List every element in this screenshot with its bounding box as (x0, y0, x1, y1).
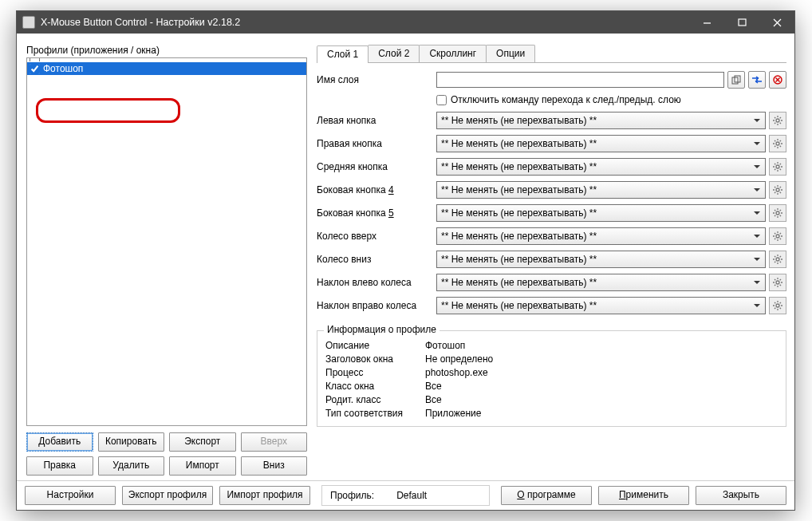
tab-options[interactable]: Опции (486, 45, 535, 62)
bottom-bar: Настройки Экспорт профиля Импорт профиля… (17, 480, 794, 510)
info-wintitle-label: Заголовок окна (325, 353, 425, 365)
svg-line-15 (780, 123, 781, 124)
mapping-gear-button[interactable] (769, 274, 786, 291)
profile-checkbox[interactable] (30, 64, 40, 74)
swap-layer-button[interactable] (748, 71, 766, 89)
mapping-gear-button[interactable] (769, 297, 786, 314)
mapping-label: Левая кнопка (317, 115, 436, 126)
info-desc-value: Фотошоп (425, 340, 465, 351)
mapping-combo[interactable]: ** Не менять (не перехватывать) ** (436, 135, 766, 152)
mapping-combo[interactable]: ** Не менять (не перехватывать) ** (436, 297, 766, 314)
mapping-label: Правая кнопка (317, 138, 436, 149)
mapping-row: Наклон вправо колеса** Не менять (не пер… (317, 297, 786, 314)
svg-line-61 (780, 233, 781, 234)
add-button[interactable]: Добавить (26, 432, 93, 452)
profiles-caption: Профили (приложения / окна) (26, 45, 307, 56)
info-wintitle-value: Не определено (425, 353, 493, 365)
svg-line-24 (780, 146, 781, 147)
mapping-gear-button[interactable] (769, 251, 786, 268)
disable-layer-switch-checkbox[interactable] (436, 95, 447, 105)
swap-icon (751, 76, 763, 84)
import-button[interactable]: Импорт (169, 456, 236, 476)
copy-button[interactable]: Копировать (98, 432, 165, 452)
mapping-row: Средняя кнопка** Не менять (не перехваты… (317, 158, 786, 176)
svg-line-59 (775, 233, 775, 234)
mapping-gear-button[interactable] (769, 112, 786, 129)
down-button[interactable]: Вниз (241, 456, 308, 476)
gear-icon (773, 255, 782, 264)
svg-line-16 (780, 117, 781, 118)
copy-layer-button[interactable] (727, 71, 745, 89)
layer-name-label: Имя слоя (317, 74, 436, 85)
gear-icon (773, 139, 782, 148)
titlebar: X-Mouse Button Control - Настройки v2.18… (17, 11, 794, 34)
mapping-gear-button[interactable] (769, 181, 786, 199)
tab-scrolling[interactable]: Скроллинг (419, 45, 487, 62)
info-process-label: Процесс (325, 367, 425, 378)
mapping-gear-button[interactable] (769, 227, 786, 245)
gear-icon (773, 162, 782, 172)
info-match-value: Приложение (425, 408, 481, 419)
svg-line-71 (775, 262, 775, 262)
import-profile-button[interactable]: Импорт профиля (219, 486, 310, 505)
mapping-gear-button[interactable] (769, 135, 786, 152)
mapping-label: Наклон влево колеса (317, 277, 436, 288)
mapping-label: Боковая кнопка 4 (317, 184, 436, 195)
mapping-label: Боковая кнопка 5 (317, 207, 436, 219)
svg-line-70 (780, 256, 781, 257)
edit-button[interactable]: Правка (26, 456, 93, 476)
svg-line-32 (775, 164, 775, 164)
svg-point-27 (776, 165, 779, 168)
export-profile-button[interactable]: Экспорт профиля (122, 486, 213, 505)
up-button[interactable]: Вверх (241, 432, 308, 452)
svg-line-33 (780, 169, 781, 170)
close-button[interactable] (759, 11, 794, 34)
mapping-label: Наклон вправо колеса (317, 300, 436, 311)
minimize-button[interactable] (689, 11, 724, 34)
info-wclass-value: Все (425, 381, 442, 392)
svg-point-54 (776, 235, 779, 238)
mapping-combo[interactable]: ** Не менять (не перехватывать) ** (436, 251, 766, 268)
mapping-row: Боковая кнопка 5** Не менять (не перехва… (317, 204, 786, 222)
apply-button[interactable]: Применить (598, 486, 689, 505)
export-button[interactable]: Экспорт (169, 432, 236, 452)
svg-line-87 (780, 308, 781, 309)
mapping-combo[interactable]: ** Не менять (не перехватывать) ** (436, 274, 766, 291)
svg-line-35 (775, 169, 775, 170)
mapping-combo[interactable]: ** Не менять (не перехватывать) ** (436, 204, 766, 222)
about-button[interactable]: О программе (501, 486, 592, 505)
info-match-label: Тип соответствия (325, 408, 425, 419)
svg-line-51 (780, 215, 781, 216)
profile-label: Профиль: (330, 490, 374, 501)
svg-point-45 (776, 211, 779, 215)
svg-line-68 (775, 256, 775, 257)
svg-line-69 (780, 262, 781, 262)
app-icon (22, 16, 35, 29)
mapping-gear-button[interactable] (769, 204, 786, 222)
profiles-pane: Профили (приложения / окна) Фотошоп Доба… (26, 45, 307, 476)
tab-layer2[interactable]: Слой 2 (368, 45, 420, 62)
delete-icon (773, 75, 782, 85)
info-desc-label: Описание (325, 340, 425, 351)
delete-button[interactable]: Удалить (98, 456, 165, 476)
profiles-listbox[interactable]: Фотошоп (26, 57, 307, 426)
layer-name-input[interactable] (436, 72, 724, 88)
svg-line-14 (775, 117, 775, 118)
mapping-combo[interactable]: ** Не менять (не перехватывать) ** (436, 227, 766, 245)
svg-line-77 (775, 279, 775, 280)
mapping-combo[interactable]: ** Не менять (не перехватывать) ** (436, 158, 766, 176)
clear-layer-button[interactable] (769, 71, 786, 89)
copy-icon (731, 75, 741, 85)
tab-layer1[interactable]: Слой 1 (317, 45, 369, 63)
close-window-button[interactable]: Закрыть (696, 486, 786, 505)
maximize-button[interactable] (724, 11, 759, 34)
svg-line-17 (775, 123, 775, 124)
mapping-label: Колесо вверх (317, 231, 436, 242)
gear-icon (773, 301, 782, 310)
mapping-combo[interactable]: ** Не менять (не перехватывать) ** (436, 112, 766, 129)
settings-button[interactable]: Настройки (25, 486, 116, 505)
mapping-combo[interactable]: ** Не менять (не перехватывать) ** (436, 181, 766, 199)
mapping-gear-button[interactable] (769, 158, 786, 176)
list-item[interactable]: Фотошоп (27, 62, 306, 75)
close-icon (773, 18, 782, 27)
